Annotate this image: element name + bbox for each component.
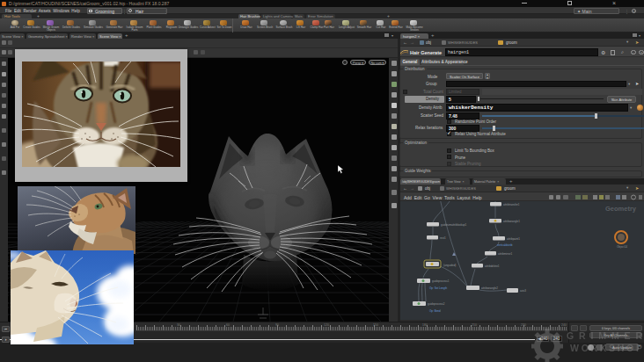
svg-text:attribdelete1: attribdelete1 [485, 264, 500, 268]
svg-text:guideprocess2: guideprocess2 [428, 302, 445, 306]
svg-text:60: 60 [226, 323, 230, 327]
svg-text:90: 90 [275, 323, 279, 327]
svg-text:30: 30 [177, 323, 180, 327]
svg-text:Object14: Object14 [617, 245, 627, 249]
svg-text:verticaldistrib: verticaldistrib [497, 243, 513, 247]
svg-text:GRIMMER: GRIMMER [567, 330, 642, 341]
svg-text:150: 150 [373, 323, 378, 327]
svg-text:Op: Bend: Op: Bend [429, 309, 441, 313]
svg-text:210: 210 [472, 323, 477, 327]
svg-text:WORKSHOP: WORKSHOP [570, 343, 642, 353]
svg-text:attribmirror1: attribmirror1 [498, 252, 513, 256]
svg-text:guidesimattriblookup1: guidesimattriblookup1 [441, 223, 467, 227]
svg-text:(unguided): (unguided) [443, 264, 456, 267]
svg-text:rest1: rest1 [440, 236, 446, 240]
svg-text:180: 180 [422, 323, 428, 327]
svg-text:attribwrangle2: attribwrangle2 [481, 286, 498, 290]
svg-text:120: 120 [324, 323, 329, 327]
svg-text:attribtransfer1: attribtransfer1 [503, 203, 520, 206]
svg-text:230: 230 [521, 323, 526, 327]
svg-text:Op: Set Length: Op: Set Length [429, 286, 448, 290]
svg-text:guideprocess1: guideprocess1 [432, 279, 450, 283]
svg-text:attribwrangle1: attribwrangle1 [503, 220, 520, 223]
svg-text:axis3: axis3 [520, 289, 526, 293]
svg-text:attribpaint1: attribpaint1 [507, 237, 520, 241]
